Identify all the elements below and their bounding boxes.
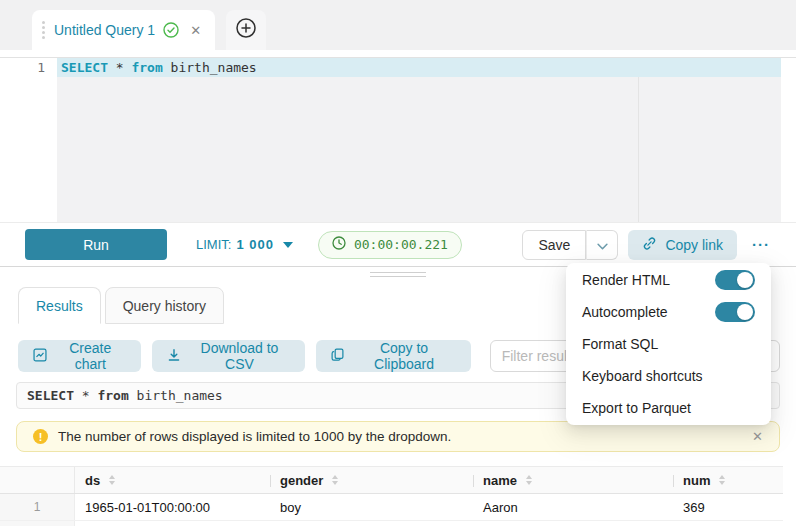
tab-query-history[interactable]: Query history bbox=[105, 287, 224, 324]
editor-line-number: 1 bbox=[0, 58, 45, 77]
cell-ds: 1965-01-01T00:00:00 bbox=[75, 494, 270, 520]
table-header-row: ds gender name num bbox=[0, 466, 783, 494]
sql-text: * bbox=[108, 60, 131, 75]
column-header-name[interactable]: name bbox=[473, 467, 673, 493]
sort-icon bbox=[719, 475, 725, 485]
save-split-button: Save bbox=[522, 230, 618, 260]
options-menu: Render HTML Autocomplete Format SQL Keyb… bbox=[566, 263, 771, 425]
render-html-toggle[interactable] bbox=[715, 270, 755, 290]
menu-item-label: Format SQL bbox=[582, 336, 658, 352]
menu-item-format-sql[interactable]: Format SQL bbox=[566, 328, 771, 360]
editor-print-margin bbox=[638, 77, 639, 222]
query-tab-title: Untitled Query 1 bbox=[54, 22, 155, 38]
sort-icon bbox=[332, 475, 338, 485]
sql-keyword: from bbox=[97, 388, 128, 403]
download-icon bbox=[167, 348, 181, 365]
table-row-partial bbox=[0, 521, 783, 526]
limit-dropdown[interactable]: LIMIT: 1 000 bbox=[196, 237, 293, 252]
clock-icon bbox=[332, 236, 346, 253]
query-tab-bar: Untitled Query 1 ✕ bbox=[0, 0, 796, 50]
new-tab-button[interactable] bbox=[226, 10, 266, 50]
tab-results[interactable]: Results bbox=[18, 287, 101, 324]
query-timer: 00:00:00.221 bbox=[318, 231, 462, 259]
menu-item-keyboard-shortcuts[interactable]: Keyboard shortcuts bbox=[566, 360, 771, 392]
menu-item-render-html[interactable]: Render HTML bbox=[566, 264, 771, 296]
sql-table-name: birth_names bbox=[171, 60, 257, 75]
column-label: gender bbox=[280, 473, 323, 488]
menu-item-label: Render HTML bbox=[582, 272, 670, 288]
alert-message: The number of rows displayed is limited … bbox=[58, 429, 451, 444]
sql-editor[interactable]: 1 SELECT * from birth_names bbox=[0, 57, 796, 222]
close-tab-icon[interactable]: ✕ bbox=[190, 23, 201, 38]
save-button[interactable]: Save bbox=[522, 230, 586, 260]
column-header-num[interactable]: num bbox=[673, 467, 783, 493]
cell-gender: boy bbox=[270, 494, 473, 520]
cell-num: 369 bbox=[673, 494, 783, 520]
copy-icon bbox=[331, 348, 344, 364]
sql-keyword: SELECT bbox=[27, 388, 74, 403]
column-label: ds bbox=[85, 473, 100, 488]
more-options-button[interactable]: ··· bbox=[752, 236, 770, 253]
link-icon bbox=[642, 236, 657, 254]
save-options-button[interactable] bbox=[586, 230, 618, 260]
menu-item-export-parquet[interactable]: Export to Parquet bbox=[566, 392, 771, 424]
results-table: ds gender name num 1 1965-01-01T00:00:00… bbox=[0, 466, 783, 526]
menu-item-label: Keyboard shortcuts bbox=[582, 368, 703, 384]
check-circle-icon bbox=[163, 22, 179, 38]
column-label: num bbox=[683, 473, 710, 488]
resize-handle[interactable] bbox=[370, 272, 426, 277]
sort-icon bbox=[109, 475, 115, 485]
sql-keyword: SELECT bbox=[61, 60, 108, 75]
download-csv-label: Download to CSV bbox=[189, 340, 291, 372]
row-number-cell: 1 bbox=[0, 494, 75, 520]
column-header-ds[interactable]: ds bbox=[75, 467, 270, 493]
menu-item-label: Export to Parquet bbox=[582, 400, 691, 416]
copy-clipboard-label: Copy to Clipboard bbox=[352, 340, 455, 372]
editor-code-line: SELECT * from birth_names bbox=[61, 58, 257, 77]
copy-link-label: Copy link bbox=[665, 237, 723, 253]
warning-icon: ! bbox=[33, 429, 48, 444]
row-limit-alert: ! The number of rows displayed is limite… bbox=[16, 421, 780, 452]
elapsed-time: 00:00:00.221 bbox=[354, 237, 448, 252]
sql-text bbox=[129, 388, 137, 403]
query-tab[interactable]: Untitled Query 1 ✕ bbox=[32, 10, 215, 50]
create-chart-label: Create chart bbox=[55, 340, 126, 372]
drag-dots-icon[interactable] bbox=[42, 21, 45, 39]
plus-circle-icon bbox=[235, 17, 257, 43]
editor-background bbox=[57, 58, 781, 222]
sql-table-name: birth_names bbox=[137, 388, 223, 403]
download-csv-button[interactable]: Download to CSV bbox=[152, 340, 306, 372]
sql-lab-app: Untitled Query 1 ✕ 1 SELECT * from birth… bbox=[0, 0, 796, 526]
sql-keyword: from bbox=[131, 60, 162, 75]
limit-value: 1 000 bbox=[236, 237, 274, 252]
column-header-gender[interactable]: gender bbox=[270, 467, 473, 493]
cell-name: Aaron bbox=[473, 494, 673, 520]
create-chart-button[interactable]: Create chart bbox=[18, 340, 141, 372]
menu-item-autocomplete[interactable]: Autocomplete bbox=[566, 296, 771, 328]
menu-item-label: Autocomplete bbox=[582, 304, 668, 320]
limit-label: LIMIT: bbox=[196, 237, 231, 252]
run-button[interactable]: Run bbox=[25, 229, 167, 260]
column-label: name bbox=[483, 473, 517, 488]
copy-link-button[interactable]: Copy link bbox=[628, 230, 737, 260]
sql-text bbox=[163, 60, 171, 75]
autocomplete-toggle[interactable] bbox=[715, 302, 755, 322]
run-toolbar: Run LIMIT: 1 000 00:00:00.221 Save bbox=[0, 222, 796, 266]
sort-icon bbox=[526, 475, 532, 485]
row-number-header bbox=[0, 467, 75, 493]
copy-clipboard-button[interactable]: Copy to Clipboard bbox=[316, 340, 470, 372]
chart-icon bbox=[33, 348, 47, 365]
table-row: 1 1965-01-01T00:00:00 boy Aaron 369 bbox=[0, 494, 783, 521]
caret-down-icon bbox=[283, 242, 293, 248]
sql-text: * bbox=[74, 388, 97, 403]
chevron-down-icon bbox=[597, 236, 608, 254]
row-number-cell bbox=[0, 521, 75, 526]
close-alert-icon[interactable]: ✕ bbox=[752, 429, 763, 444]
